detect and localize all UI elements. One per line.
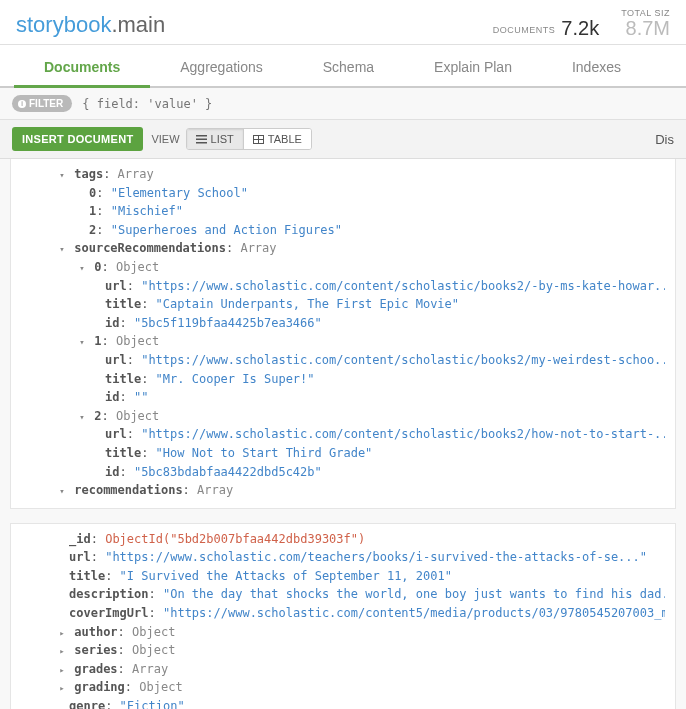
chevron-down-icon[interactable]: ▾ [57, 169, 67, 183]
view-list-label: LIST [211, 133, 234, 145]
document-card: ▾ tags: Array 0: "Elementary School" 1: … [10, 159, 676, 509]
tab-documents[interactable]: Documents [14, 45, 150, 88]
filter-input[interactable] [80, 96, 674, 112]
chevron-down-icon[interactable]: ▾ [77, 262, 87, 276]
tabs: Documents Aggregations Schema Explain Pl… [0, 45, 686, 88]
document-card: _id: ObjectId("5bd2b007bfaa442dbd39303f"… [10, 523, 676, 709]
view-table-label: TABLE [268, 133, 302, 145]
tab-explain-plan[interactable]: Explain Plan [404, 45, 542, 88]
tab-indexes[interactable]: Indexes [542, 45, 651, 88]
stat-documents-label: DOCUMENTS [493, 25, 556, 35]
list-icon [196, 135, 207, 144]
view-list-button[interactable]: LIST [187, 129, 243, 149]
chevron-down-icon[interactable]: ▾ [57, 485, 67, 499]
view-table-button[interactable]: TABLE [243, 129, 311, 149]
coll-name: .main [111, 12, 165, 37]
documents-area: ▾ tags: Array 0: "Elementary School" 1: … [0, 159, 686, 709]
info-icon: i [18, 100, 26, 108]
view-segmented: LIST TABLE [186, 128, 312, 150]
displaying-label: Dis [655, 132, 674, 147]
svg-rect-1 [196, 138, 207, 140]
chevron-down-icon[interactable]: ▾ [77, 411, 87, 425]
svg-rect-2 [196, 142, 207, 144]
svg-rect-0 [196, 135, 207, 137]
stats: DOCUMENTS 7.2k TOTAL SIZ 8.7M [493, 8, 670, 38]
insert-document-button[interactable]: INSERT DOCUMENT [12, 127, 143, 151]
filter-pill-label: FILTER [29, 98, 63, 109]
stat-documents: DOCUMENTS 7.2k [493, 18, 599, 38]
stat-documents-value: 7.2k [561, 18, 599, 38]
toolbar: INSERT DOCUMENT VIEW LIST TABLE Dis [0, 120, 686, 159]
filter-bar: i FILTER [0, 88, 686, 120]
chevron-right-icon[interactable]: ▸ [57, 627, 67, 641]
chevron-down-icon[interactable]: ▾ [77, 336, 87, 350]
namespace: storybook.main [16, 12, 493, 38]
collection-header: storybook.main DOCUMENTS 7.2k TOTAL SIZ … [0, 0, 686, 45]
chevron-right-icon[interactable]: ▸ [57, 664, 67, 678]
stat-totalsize-value: 8.7M [621, 18, 670, 38]
view-label: VIEW [151, 133, 179, 145]
chevron-down-icon[interactable]: ▾ [57, 243, 67, 257]
db-name: storybook [16, 12, 111, 37]
tab-aggregations[interactable]: Aggregations [150, 45, 293, 88]
chevron-right-icon[interactable]: ▸ [57, 682, 67, 696]
table-icon [253, 135, 264, 144]
tab-schema[interactable]: Schema [293, 45, 404, 88]
stat-totalsize: TOTAL SIZ 8.7M [621, 8, 670, 38]
filter-pill[interactable]: i FILTER [12, 95, 72, 112]
chevron-right-icon[interactable]: ▸ [57, 645, 67, 659]
